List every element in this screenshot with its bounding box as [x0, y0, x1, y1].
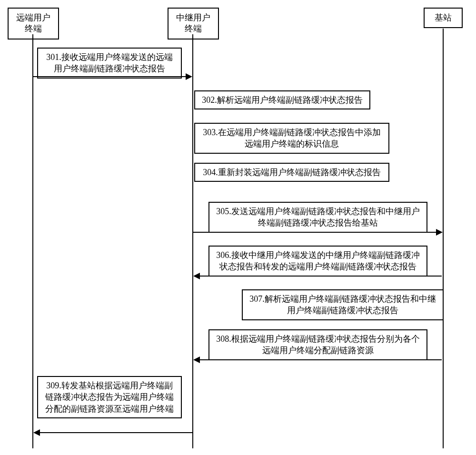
arrowhead-306: [193, 273, 200, 279]
arrow-309: [39, 432, 192, 433]
step-303: 303.在远端用户终端副链路缓冲状态报告中添加远端用户终端的标识信息: [194, 123, 389, 154]
step-306: 306.接收中继用户终端发送的中继用户终端副链路缓冲状态报告和转发的远端用户终端…: [208, 246, 427, 277]
step-304: 304.重新封装远端用户终端副链路缓冲状态报告: [194, 163, 389, 182]
arrowhead-309: [33, 429, 40, 436]
arrow-305: [193, 232, 437, 233]
step-307: 307.解析远端用户终端副链路缓冲状态报告和中继用户终端副链路缓冲状态报告: [242, 289, 444, 320]
lifeline-relay: [192, 34, 193, 448]
arrow-306: [199, 276, 442, 277]
lifeline-remote: [32, 34, 33, 448]
step-308: 308.根据远端用户终端副链路缓冲状态报告分别为各个远端用户终端分配副链路资源: [208, 329, 427, 360]
step-305: 305.发送远端用户终端副链路缓冲状态报告和中继用户终端副链路缓冲状态报告给基站: [208, 202, 427, 233]
arrow-308: [199, 359, 442, 360]
actor-relay: 中继用户终端: [168, 8, 219, 40]
arrowhead-305: [436, 229, 443, 236]
actor-remote: 远端用户终端: [8, 8, 59, 40]
lifeline-base: [443, 29, 444, 448]
arrowhead-308: [193, 356, 200, 363]
arrowhead-301: [186, 73, 192, 80]
step-309: 309.转发基站根据远端用户终端副链路缓冲状态报告为远端用户终端分配的副链路资源…: [37, 376, 182, 418]
arrow-301: [33, 76, 187, 77]
step-302: 302.解析远端用户终端副链路缓冲状态报告: [194, 90, 370, 109]
actor-base: 基站: [424, 8, 463, 28]
step-301: 301.接收远端用户终端发送的远端用户终端副链路缓冲状态报告: [37, 48, 182, 79]
